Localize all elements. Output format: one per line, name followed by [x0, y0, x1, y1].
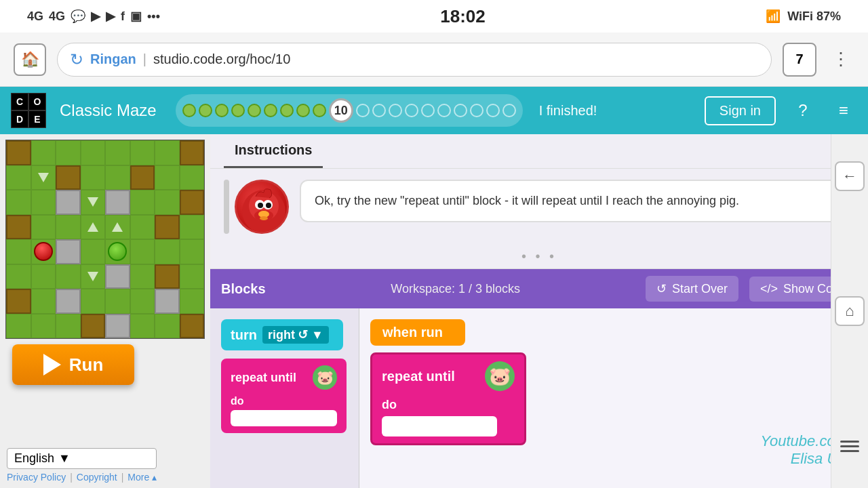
workspace-do-slot[interactable] — [382, 416, 497, 436]
cell-4-1 — [31, 239, 56, 264]
cell-2-6 — [155, 190, 180, 215]
cell-5-6 — [155, 264, 180, 289]
whatsapp-icon: 💬 — [71, 9, 85, 24]
game-panel: do Run English ▼ Privacy Policy | Copyri… — [0, 134, 210, 488]
workspace-drop-area[interactable]: when run repeat until 🐷 do Youtube.com — [359, 308, 868, 488]
play-icon — [43, 354, 61, 375]
cell-1-0 — [6, 165, 31, 190]
cell-7-1 — [31, 314, 56, 339]
cell-6-7 — [180, 289, 205, 314]
pig-icon-workspace: 🐷 — [485, 361, 515, 391]
cell-7-5 — [130, 314, 155, 339]
progress-dot-6[interactable] — [264, 104, 277, 117]
cell-5-0 — [6, 264, 31, 289]
svg-point-6 — [266, 203, 271, 208]
right-panel: Instructions — [210, 134, 868, 488]
hamburger-nav-button[interactable] — [835, 431, 865, 461]
status-bar: 4G 4G 💬 ▶ ▶ f ▣ ••• 18:02 📶 WiFi 87% — [0, 0, 868, 33]
progress-dot-2[interactable] — [199, 104, 212, 117]
workspace-repeat-block[interactable]: repeat until 🐷 do — [370, 352, 526, 445]
wifi-icon: 📶 — [766, 9, 781, 24]
when-run-label: when run — [382, 325, 443, 340]
scroll-indicator — [224, 180, 229, 234]
finished-button[interactable]: I finished! — [539, 103, 597, 119]
repeat-until-label: repeat until — [231, 371, 296, 385]
direction-select[interactable]: right ↺ ▼ — [262, 326, 329, 344]
cell-5-2 — [56, 264, 81, 289]
cell-6-5 — [130, 289, 155, 314]
logo-o: O — [28, 93, 46, 110]
home-nav-button[interactable]: ⌂ — [835, 296, 865, 326]
sign-in-button[interactable]: Sign in — [705, 96, 776, 125]
progress-dot-15[interactable] — [421, 104, 435, 117]
red-bird-character — [34, 242, 53, 261]
tab-count-button[interactable]: 7 — [783, 43, 816, 77]
back-nav-button[interactable]: ← — [835, 161, 865, 191]
progress-dot-13[interactable] — [389, 104, 402, 117]
run-button[interactable]: do Run — [12, 344, 134, 385]
cell-2-5 — [130, 190, 155, 215]
cell-6-3 — [81, 289, 106, 314]
bird-avatar-svg — [237, 182, 289, 234]
progress-dot-14[interactable] — [405, 104, 418, 117]
blocks-workspace-area: turn right ↺ ▼ repeat until 🐷 do — [210, 308, 868, 488]
browser-menu-button[interactable]: ⋮ — [827, 43, 854, 76]
signal-icon: 4G — [27, 9, 43, 24]
progress-dot-17[interactable] — [454, 104, 467, 117]
start-over-button[interactable]: ↺ Start Over — [646, 276, 738, 302]
progress-dot-9[interactable] — [313, 104, 326, 117]
cell-2-2 — [56, 190, 81, 215]
more-link[interactable]: More ▴ — [127, 472, 157, 483]
help-button[interactable]: ? — [789, 97, 816, 124]
copyright-link[interactable]: Copyright — [77, 472, 117, 483]
progress-dot-18[interactable] — [470, 104, 484, 117]
browser-home-button[interactable]: 🏠 — [14, 43, 46, 76]
repeat-until-block[interactable]: repeat until 🐷 do — [221, 359, 347, 433]
cell-2-0 — [6, 190, 31, 215]
refresh-icon[interactable]: ↻ — [70, 50, 83, 69]
side-navigation: ← ⌂ — [831, 134, 868, 488]
cell-1-7 — [180, 165, 205, 190]
cell-7-0 — [6, 314, 31, 339]
browser-chrome: 🏠 ↻ Ringan | studio.code.org/hoc/10 7 ⋮ — [0, 33, 868, 87]
cell-5-5 — [130, 264, 155, 289]
cell-3-1 — [31, 215, 56, 240]
cell-0-3 — [81, 140, 106, 165]
instruction-text: Ok, try the new "repeat until" block - i… — [315, 194, 739, 207]
turn-block[interactable]: turn right ↺ ▼ — [221, 319, 343, 350]
progress-dot-20[interactable] — [502, 104, 516, 117]
language-label: English — [14, 451, 54, 466]
language-dropdown[interactable]: English ▼ — [7, 448, 157, 469]
cell-0-6 — [155, 140, 180, 165]
progress-dot-8[interactable] — [296, 104, 310, 117]
cell-3-4 — [105, 215, 130, 240]
progress-dot-12[interactable] — [372, 104, 386, 117]
privacy-link[interactable]: Privacy Policy — [7, 472, 66, 483]
do-slot-palette — [231, 410, 337, 426]
cell-6-0 — [6, 289, 31, 314]
cell-2-4 — [105, 190, 130, 215]
cell-0-1 — [31, 140, 56, 165]
cell-4-7 — [180, 239, 205, 264]
progress-dot-11[interactable] — [356, 104, 370, 117]
address-bar[interactable]: ↻ Ringan | studio.code.org/hoc/10 — [57, 43, 772, 77]
cell-0-7 — [180, 140, 205, 165]
progress-dot-3[interactable] — [215, 104, 229, 117]
cell-4-3 — [81, 239, 106, 264]
when-run-block[interactable]: when run — [370, 319, 465, 346]
progress-dot-1[interactable] — [182, 104, 196, 117]
cell-2-3 — [81, 190, 106, 215]
instructions-body: Ok, try the new "repeat until" block - i… — [210, 169, 868, 245]
cell-0-0 — [6, 140, 31, 165]
progress-dot-19[interactable] — [486, 104, 500, 117]
progress-current-level[interactable]: 10 — [329, 98, 353, 123]
show-code-icon: </> — [760, 282, 778, 296]
progress-dot-7[interactable] — [280, 104, 294, 117]
progress-dot-4[interactable] — [231, 104, 245, 117]
cell-1-6 — [155, 165, 180, 190]
menu-button[interactable]: ≡ — [830, 97, 857, 124]
progress-dot-16[interactable] — [437, 104, 451, 117]
progress-dot-5[interactable] — [248, 104, 261, 117]
tab-instructions[interactable]: Instructions — [224, 134, 323, 168]
battery-display: WiFi 87% — [787, 9, 841, 24]
